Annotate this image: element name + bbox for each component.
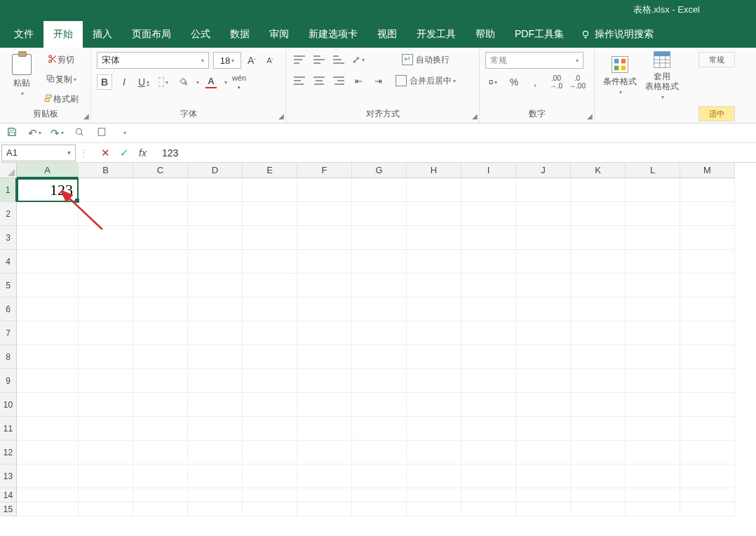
cell-B12[interactable]	[79, 441, 133, 464]
tab-review[interactable]: 审阅	[259, 21, 299, 48]
cell-G14[interactable]	[352, 488, 407, 502]
tab-newtab[interactable]: 新建选项卡	[299, 21, 367, 48]
column-header-M[interactable]: M	[680, 163, 735, 178]
cell-D13[interactable]	[188, 464, 243, 488]
align-middle-button[interactable]	[311, 52, 327, 67]
cell-B14[interactable]	[79, 488, 133, 502]
decrease-font-button[interactable]: Aˇ	[262, 53, 278, 68]
tab-insert[interactable]: 插入	[83, 21, 122, 48]
cell-K2[interactable]	[571, 202, 626, 226]
cell-M4[interactable]	[680, 250, 735, 274]
cell-J7[interactable]	[516, 321, 571, 345]
row-header-1[interactable]: 1	[0, 178, 17, 202]
cell-I5[interactable]	[461, 274, 516, 297]
cell-J15[interactable]	[516, 502, 571, 516]
cell-J8[interactable]	[516, 345, 571, 369]
cell-I9[interactable]	[461, 369, 516, 393]
font-size-select[interactable]: 18 ▾	[213, 52, 241, 69]
cell-C2[interactable]	[133, 202, 188, 226]
dialog-launcher-icon[interactable]: ◢	[587, 112, 593, 120]
cell-G8[interactable]	[352, 345, 407, 369]
conditional-format-button[interactable]: 条件格式 ▾	[600, 51, 640, 100]
cell-E7[interactable]	[243, 321, 297, 345]
cell-C1[interactable]	[133, 178, 188, 202]
row-header-4[interactable]: 4	[0, 250, 17, 274]
cell-I10[interactable]	[461, 393, 516, 417]
cell-E1[interactable]	[243, 178, 297, 202]
align-center-button[interactable]	[311, 73, 327, 88]
tab-view[interactable]: 视图	[367, 21, 407, 48]
cell-J2[interactable]	[516, 202, 571, 226]
cell-G15[interactable]	[352, 502, 407, 516]
cell-D1[interactable]	[188, 178, 243, 202]
cell-L2[interactable]	[626, 202, 680, 226]
cell-F13[interactable]	[297, 464, 352, 488]
fx-icon[interactable]: fx	[139, 147, 147, 159]
cut-button[interactable]: 剪切	[41, 52, 81, 67]
tell-me-search[interactable]: 操作说明搜索	[574, 21, 661, 48]
cell-D4[interactable]	[188, 250, 243, 274]
cell-M15[interactable]	[680, 502, 735, 516]
cell-H5[interactable]	[407, 274, 461, 297]
cell-styles-gallery[interactable]: 常规 适中	[693, 48, 742, 123]
cell-G3[interactable]	[352, 226, 407, 250]
row-header-9[interactable]: 9	[0, 369, 17, 393]
cell-H11[interactable]	[407, 417, 461, 441]
cell-I2[interactable]	[461, 202, 516, 226]
cell-K3[interactable]	[571, 226, 626, 250]
cell-C12[interactable]	[133, 441, 188, 464]
cell-F8[interactable]	[297, 345, 352, 369]
cell-L11[interactable]	[626, 417, 680, 441]
cell-E15[interactable]	[243, 502, 297, 516]
accounting-format-button[interactable]: ¤▾	[485, 74, 501, 90]
cell-F10[interactable]	[297, 393, 352, 417]
number-format-select[interactable]: 常规 ▾	[485, 52, 583, 69]
column-header-D[interactable]: D	[188, 163, 243, 178]
cell-H12[interactable]	[407, 441, 461, 464]
cell-M7[interactable]	[680, 321, 735, 345]
cell-J3[interactable]	[516, 226, 571, 250]
cell-D5[interactable]	[188, 274, 243, 297]
column-header-A[interactable]: A	[17, 163, 79, 178]
cell-E6[interactable]	[243, 297, 297, 321]
active-cell[interactable]: 123	[17, 178, 79, 202]
cell-M1[interactable]	[680, 178, 735, 202]
cell-I12[interactable]	[461, 441, 516, 464]
cell-M8[interactable]	[680, 345, 735, 369]
cell-K12[interactable]	[571, 441, 626, 464]
cell-J4[interactable]	[516, 250, 571, 274]
cell-I7[interactable]	[461, 321, 516, 345]
align-right-button[interactable]	[331, 73, 346, 88]
cell-G4[interactable]	[352, 250, 407, 274]
cell-J5[interactable]	[516, 274, 571, 297]
cell-L7[interactable]	[626, 321, 680, 345]
cell-J12[interactable]	[516, 441, 571, 464]
column-header-J[interactable]: J	[516, 163, 571, 178]
decrease-indent-button[interactable]: ⇤	[351, 73, 366, 88]
qat-button-1[interactable]	[72, 126, 87, 141]
cell-E11[interactable]	[243, 417, 297, 441]
cell-D10[interactable]	[188, 393, 243, 417]
cell-F12[interactable]	[297, 441, 352, 464]
cell-D14[interactable]	[188, 488, 243, 502]
row-header-13[interactable]: 13	[0, 464, 17, 488]
cell-M13[interactable]	[680, 464, 735, 488]
cell-H6[interactable]	[407, 297, 461, 321]
cell-B4[interactable]	[79, 250, 133, 274]
font-color-button[interactable]: A	[203, 74, 219, 90]
cell-J10[interactable]	[516, 393, 571, 417]
align-left-button[interactable]	[292, 73, 307, 88]
cell-A15[interactable]	[17, 502, 79, 516]
cell-B5[interactable]	[79, 274, 133, 297]
cell-I6[interactable]	[461, 297, 516, 321]
cell-E9[interactable]	[243, 369, 297, 393]
cell-F1[interactable]	[297, 178, 352, 202]
cell-style-normal[interactable]: 常规	[698, 52, 735, 67]
cell-L1[interactable]	[626, 178, 680, 202]
cell-B6[interactable]	[79, 297, 133, 321]
cell-K8[interactable]	[571, 345, 626, 369]
column-header-B[interactable]: B	[79, 163, 133, 178]
cell-M2[interactable]	[680, 202, 735, 226]
cell-B8[interactable]	[79, 345, 133, 369]
italic-button[interactable]: I	[116, 74, 132, 90]
